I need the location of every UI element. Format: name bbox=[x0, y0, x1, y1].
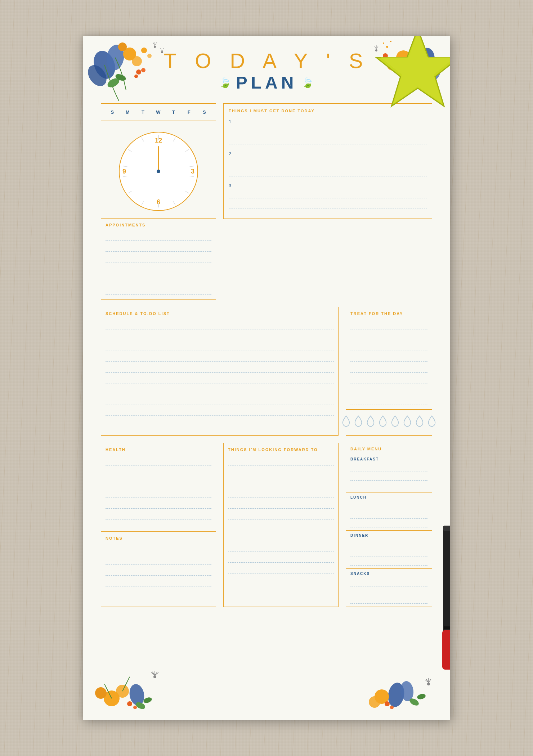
treat-line-2[interactable] bbox=[350, 330, 427, 340]
snacks-line-3[interactable] bbox=[350, 595, 427, 604]
lunch-line-1[interactable] bbox=[350, 501, 427, 510]
svg-point-47 bbox=[143, 696, 152, 704]
breakfast-line-3[interactable] bbox=[350, 481, 427, 489]
treat-line-6[interactable] bbox=[350, 373, 427, 383]
treat-lines bbox=[350, 319, 427, 406]
appt-line-5[interactable] bbox=[106, 274, 211, 284]
notes-line-3[interactable] bbox=[106, 566, 211, 576]
lf-line-7[interactable] bbox=[228, 520, 334, 530]
sched-line-8[interactable] bbox=[106, 395, 334, 405]
pen-decoration bbox=[432, 526, 450, 677]
notes-line-2[interactable] bbox=[106, 555, 211, 565]
svg-point-62 bbox=[390, 706, 394, 709]
sched-line-4[interactable] bbox=[106, 352, 334, 362]
treat-line-5[interactable] bbox=[350, 363, 427, 373]
lf-line-2[interactable] bbox=[228, 466, 334, 476]
svg-rect-68 bbox=[444, 626, 450, 629]
lf-line-3[interactable] bbox=[228, 477, 334, 487]
breakfast-label: BREAKFAST bbox=[350, 457, 427, 461]
bottom-right-col: DAILY MENU BREAKFAST LUNCH bbox=[346, 443, 432, 607]
breakfast-line-1[interactable] bbox=[350, 463, 427, 472]
svg-point-5 bbox=[118, 42, 127, 51]
water-drop-5[interactable] bbox=[390, 415, 400, 430]
svg-line-81 bbox=[123, 176, 127, 177]
water-drop-8[interactable] bbox=[427, 415, 437, 430]
lf-line-10[interactable] bbox=[228, 553, 334, 563]
svg-point-48 bbox=[127, 701, 132, 706]
lunch-line-3[interactable] bbox=[350, 519, 427, 527]
appt-line-6[interactable] bbox=[106, 285, 211, 295]
treat-line-8[interactable] bbox=[350, 395, 427, 405]
sched-line-5[interactable] bbox=[106, 363, 334, 373]
snacks-line-2[interactable] bbox=[350, 586, 427, 595]
water-drop-3[interactable] bbox=[366, 415, 376, 430]
svg-point-49 bbox=[133, 706, 137, 709]
item-1-number: 1 bbox=[229, 119, 427, 124]
item-1-line[interactable] bbox=[229, 126, 427, 134]
item-3-line2[interactable] bbox=[229, 200, 427, 208]
health-line-6[interactable] bbox=[106, 509, 211, 519]
dinner-line-3[interactable] bbox=[350, 557, 427, 566]
svg-line-73 bbox=[185, 149, 189, 152]
sched-line-6[interactable] bbox=[106, 373, 334, 383]
lf-line-6[interactable] bbox=[228, 509, 334, 519]
water-drop-6[interactable] bbox=[402, 415, 412, 430]
health-line-5[interactable] bbox=[106, 499, 211, 509]
lunch-label: LUNCH bbox=[350, 495, 427, 499]
health-line-4[interactable] bbox=[106, 488, 211, 498]
bottom-left-col: HEALTH NOTES bbox=[101, 443, 216, 607]
health-line-2[interactable] bbox=[106, 466, 211, 476]
lunch-line-2[interactable] bbox=[350, 510, 427, 519]
clock-container: 12 3 6 9 bbox=[101, 128, 216, 218]
svg-point-38 bbox=[95, 687, 107, 699]
appt-line-3[interactable] bbox=[106, 252, 211, 262]
item-2-line2[interactable] bbox=[229, 168, 427, 176]
appt-line-2[interactable] bbox=[106, 242, 211, 252]
water-drop-7[interactable] bbox=[415, 415, 425, 430]
item-2-line[interactable] bbox=[229, 158, 427, 166]
notes-line-4[interactable] bbox=[106, 576, 211, 586]
water-drop-4[interactable] bbox=[378, 415, 388, 430]
lf-line-11[interactable] bbox=[228, 563, 334, 573]
breakfast-line-2[interactable] bbox=[350, 472, 427, 481]
water-drop-1[interactable] bbox=[341, 415, 351, 430]
item-2-number: 2 bbox=[229, 151, 427, 156]
treat-line-4[interactable] bbox=[350, 352, 427, 362]
lf-line-4[interactable] bbox=[228, 488, 334, 498]
appointments-lines bbox=[106, 231, 211, 296]
sched-line-3[interactable] bbox=[106, 341, 334, 351]
svg-point-4 bbox=[132, 56, 142, 66]
daily-menu-box: DAILY MENU BREAKFAST LUNCH bbox=[346, 443, 432, 607]
lf-line-9[interactable] bbox=[228, 542, 334, 552]
treat-line-7[interactable] bbox=[350, 384, 427, 394]
treat-line-1[interactable] bbox=[350, 319, 427, 329]
lf-line-5[interactable] bbox=[228, 499, 334, 509]
svg-point-19 bbox=[134, 75, 138, 78]
sched-line-1[interactable] bbox=[106, 319, 334, 329]
bottom-row: HEALTH NOTES bbox=[101, 443, 432, 607]
middle-row: SCHEDULE & TO-DO LIST TREAT FOR bbox=[101, 307, 432, 436]
item-1-line2[interactable] bbox=[229, 136, 427, 144]
treat-line-3[interactable] bbox=[350, 341, 427, 351]
svg-point-6 bbox=[141, 48, 147, 53]
sched-line-7[interactable] bbox=[106, 384, 334, 394]
lf-line-12[interactable] bbox=[228, 574, 334, 584]
snacks-line-1[interactable] bbox=[350, 578, 427, 586]
dinner-line-1[interactable] bbox=[350, 540, 427, 548]
notes-line-5[interactable] bbox=[106, 587, 211, 597]
health-line-3[interactable] bbox=[106, 477, 211, 487]
lf-line-8[interactable] bbox=[228, 531, 334, 541]
lf-line-1[interactable] bbox=[228, 455, 334, 465]
health-label: HEALTH bbox=[106, 447, 211, 452]
item-3-line[interactable] bbox=[229, 190, 427, 198]
dinner-line-2[interactable] bbox=[350, 548, 427, 557]
water-drop-2[interactable] bbox=[353, 415, 363, 430]
appt-line-1[interactable] bbox=[106, 231, 211, 241]
notes-line-1[interactable] bbox=[106, 544, 211, 554]
sched-line-9[interactable] bbox=[106, 406, 334, 416]
sched-line-2[interactable] bbox=[106, 330, 334, 340]
svg-point-14 bbox=[161, 51, 163, 53]
appointments-label: APPOINTMENTS bbox=[106, 223, 211, 227]
health-line-1[interactable] bbox=[106, 455, 211, 465]
appt-line-4[interactable] bbox=[106, 263, 211, 273]
